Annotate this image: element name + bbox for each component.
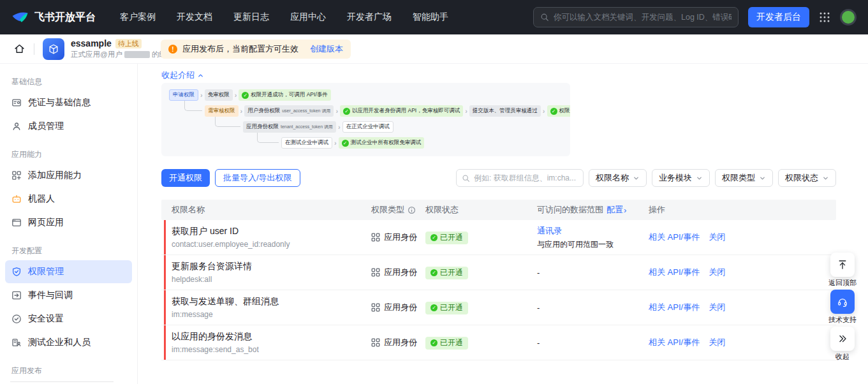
col-permission-name: 权限名称 — [172, 204, 371, 216]
status-badge: ✓已开通 — [425, 232, 468, 244]
related-api-events-link[interactable]: 相关 API/事件 — [649, 267, 700, 278]
topnav-item-3[interactable]: 应用中心 — [290, 11, 326, 23]
permission-search-input[interactable] — [474, 174, 578, 182]
home-button[interactable] — [10, 40, 28, 58]
filter-dropdown-2[interactable]: 权限类型 — [715, 169, 773, 187]
status-badge: ✓已开通 — [425, 267, 468, 279]
filter-dropdown-0[interactable]: 权限名称 — [589, 169, 647, 187]
changed-marker — [164, 255, 166, 290]
chevron-down-icon — [822, 175, 829, 182]
perm-status-cell: ✓已开通 — [425, 336, 537, 350]
status-label: 已开通 — [440, 337, 463, 348]
sidebar-item-1-0[interactable]: 添加应用能力 — [5, 164, 132, 187]
floating-toolbar: 返回顶部技术支持收起 — [828, 253, 857, 362]
floater-label: 技术支持 — [828, 315, 857, 325]
sidebar-item-3-0[interactable]: 版本管理与发布 — [5, 380, 132, 384]
batch-import-export-button[interactable]: 批量导入/导出权限 — [215, 169, 300, 187]
flow-node: 申请权限 — [169, 89, 198, 101]
support-button[interactable] — [830, 290, 855, 314]
developer-console-button[interactable]: 开发者后台 — [748, 7, 809, 27]
perm-code: helpdesk:all — [172, 275, 371, 284]
perm-actions-cell: 相关 API/事件关闭 — [649, 302, 836, 313]
close-permission-link[interactable]: 关闭 — [709, 232, 725, 243]
collapse-button[interactable] — [830, 327, 855, 351]
create-version-link[interactable]: 创建版本 — [310, 43, 343, 55]
scope-config-label: 配置 — [607, 204, 623, 216]
warning-icon: ! — [168, 45, 177, 54]
scope-link[interactable]: 通讯录 — [537, 225, 649, 237]
flow-node-label: 免审权限 — [208, 91, 230, 99]
grant-permission-button[interactable]: 开通权限 — [161, 169, 210, 187]
sidebar-sections: 基础信息凭证与基础信息成员管理应用能力添加应用能力机器人网页应用开发配置权限管理… — [0, 77, 137, 384]
feishu-open-platform-console: 飞书开放平台 客户案例开发文档更新日志应用中心开发者广场智能助手 开发者后台 e… — [0, 0, 868, 384]
sidebar-item-2-0[interactable]: 权限管理 — [5, 260, 132, 283]
filter-dropdown-3[interactable]: 权限状态 — [778, 169, 836, 187]
col-label: 权限类型 — [371, 204, 404, 216]
floater-2: 收起 — [830, 327, 855, 362]
perm-status-cell: ✓已开通 — [425, 230, 537, 244]
sidebar-item-0-0[interactable]: 凭证与基础信息 — [5, 91, 132, 114]
app-meta: essample 待上线 正式应用@用户 的组织 — [71, 38, 173, 59]
close-permission-link[interactable]: 关闭 — [709, 267, 725, 278]
filter-dropdown-1[interactable]: 业务模块 — [652, 169, 710, 187]
topnav-item-5[interactable]: 智能助手 — [413, 11, 448, 23]
sidebar: 基础信息凭证与基础信息成员管理应用能力添加应用能力机器人网页应用开发配置权限管理… — [0, 64, 138, 384]
sidebar-item-1-1[interactable]: 机器人 — [5, 188, 132, 210]
flow-node: ✓测试企业中所有权限免审调试 — [339, 137, 425, 149]
status-label: 已开通 — [440, 232, 463, 243]
sidebar-item-0-1[interactable]: 成员管理 — [5, 115, 132, 138]
topnav-item-2[interactable]: 更新日志 — [233, 11, 269, 23]
flow-node: 用户身份权限user_access_token 调用 — [244, 105, 334, 117]
apps-grid-icon[interactable] — [819, 11, 830, 23]
topnav-item-0[interactable]: 客户案例 — [120, 11, 156, 23]
sidebar-item-label: 凭证与基础信息 — [28, 97, 91, 108]
sidebar-section-title: 开发配置 — [0, 246, 137, 256]
collapse-intro-link[interactable]: 收起介绍 — [161, 70, 204, 81]
back-to-top-button[interactable] — [830, 253, 855, 277]
sidebar-item-2-2[interactable]: 安全设置 — [5, 307, 132, 330]
perm-code: contact:user.employee_id:readonly — [172, 240, 371, 249]
flow-arrow-icon: › — [334, 139, 337, 147]
brand[interactable]: 飞书开放平台 — [11, 10, 96, 25]
app-identity-icon — [371, 268, 380, 277]
sidebar-item-label: 安全设置 — [28, 313, 64, 325]
app-name-row: essample 待上线 — [71, 38, 173, 49]
app-desc-prefix: 正式应用@用户 — [71, 50, 122, 59]
app-icon[interactable] — [43, 38, 64, 60]
user-avatar[interactable] — [840, 9, 857, 26]
col-actions: 操作 — [649, 204, 836, 216]
top-navbar: 飞书开放平台 客户案例开发文档更新日志应用中心开发者广场智能助手 开发者后台 — [0, 0, 868, 34]
related-api-events-link[interactable]: 相关 API/事件 — [649, 302, 700, 313]
table-row: 获取用户 user IDcontact:user.employee_id:rea… — [161, 220, 836, 255]
floater-label: 收起 — [835, 352, 850, 362]
changed-marker — [164, 325, 166, 360]
close-permission-link[interactable]: 关闭 — [709, 337, 725, 348]
topnav-menu: 客户案例开发文档更新日志应用中心开发者广场智能助手 — [120, 11, 448, 23]
scope-config-link[interactable]: 配置› — [607, 204, 626, 216]
status-label: 已开通 — [440, 267, 463, 278]
permission-search[interactable] — [456, 169, 584, 187]
check-icon: ✓ — [430, 339, 438, 346]
flow-node: 提交版本、管理员审核通过 — [469, 105, 541, 117]
app-name: essample — [71, 38, 112, 49]
perm-scope-cell: - — [537, 303, 649, 313]
global-search[interactable] — [533, 7, 739, 27]
close-permission-link[interactable]: 关闭 — [709, 302, 725, 313]
sidebar-item-2-3[interactable]: 测试企业和人员 — [5, 331, 132, 354]
col-permission-type: 权限类型 — [371, 204, 425, 216]
related-api-events-link[interactable]: 相关 API/事件 — [649, 337, 700, 348]
sidebar-item-1-2[interactable]: 网页应用 — [5, 211, 132, 234]
related-api-events-link[interactable]: 相关 API/事件 — [649, 232, 700, 243]
check-icon: ✓ — [550, 108, 557, 115]
perm-status-cell: ✓已开通 — [425, 300, 537, 314]
app-status-badge: 待上线 — [115, 39, 142, 48]
permission-flow-diagram: 申请权限›免审权限›✓权限开通成功，可调用 API/事件需审核权限›用户身份权限… — [161, 83, 570, 156]
topnav-item-4[interactable]: 开发者广场 — [347, 11, 392, 23]
sidebar-item-2-1[interactable]: 事件与回调 — [5, 284, 132, 307]
topnav-item-1[interactable]: 开发文档 — [177, 11, 212, 23]
global-search-input[interactable] — [554, 13, 732, 22]
flow-arrow-icon: › — [543, 107, 545, 115]
perm-type-label: 应用身份 — [384, 302, 417, 313]
info-icon[interactable] — [408, 206, 416, 214]
flow-row-1: 需审核权限›用户身份权限user_access_token 调用›✓以应用开发者… — [205, 105, 563, 117]
